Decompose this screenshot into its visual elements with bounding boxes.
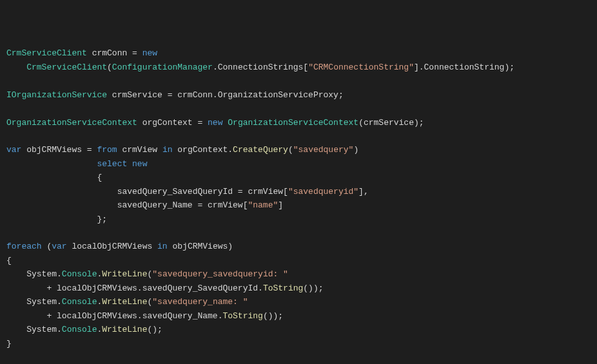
code-token: ConfigurationManager bbox=[112, 62, 213, 72]
code-token: savedQuery_SavedQueryId = crmView[ bbox=[6, 187, 288, 196]
code-token: ()); bbox=[263, 311, 283, 321]
code-token: ( bbox=[42, 242, 52, 251]
code-token: select bbox=[97, 159, 127, 169]
code-token: "savedquery" bbox=[293, 145, 354, 155]
code-token: "CRMConnectionString" bbox=[308, 62, 414, 72]
code-token: { bbox=[6, 173, 102, 182]
code-token: WriteLine bbox=[102, 269, 147, 279]
code-token: ], bbox=[358, 187, 369, 196]
code-token: from bbox=[97, 145, 117, 155]
code-token: savedQuery_Name = crmView[ bbox=[6, 200, 248, 210]
code-token: OrganizationServiceContext bbox=[228, 118, 358, 128]
code-token: (); bbox=[147, 325, 162, 334]
code-token: in bbox=[157, 242, 168, 251]
code-token: (crmService); bbox=[358, 118, 424, 128]
code-token: crmConn bbox=[87, 48, 132, 58]
code-token: Console bbox=[62, 325, 97, 334]
code-token: "savedquery_savedqueryid: " bbox=[152, 269, 288, 279]
code-editor[interactable]: CrmServiceClient crmConn = new CrmServic… bbox=[6, 46, 591, 364]
code-token: } bbox=[6, 339, 12, 349]
code-token: IOrganizationService bbox=[6, 90, 107, 100]
code-token: System. bbox=[6, 269, 62, 279]
code-token: new bbox=[142, 48, 157, 58]
code-token: + localObjCRMViews.savedQuery_Name. bbox=[6, 311, 222, 321]
code-token: "name" bbox=[248, 200, 278, 210]
code-token: crmView bbox=[117, 145, 162, 155]
code-token: OrganizationServiceContext bbox=[6, 118, 137, 128]
code-token: ()); bbox=[303, 283, 323, 293]
code-token: WriteLine bbox=[102, 325, 147, 334]
code-token: ( bbox=[288, 145, 293, 155]
code-token: "savedqueryid" bbox=[288, 187, 358, 196]
code-token: crmService = crmConn.OrganizationService… bbox=[107, 90, 344, 100]
code-token: var bbox=[6, 145, 21, 155]
code-token: foreach bbox=[6, 242, 42, 251]
code-token: CreateQuery bbox=[233, 145, 288, 155]
code-token: localObjCRMViews bbox=[67, 242, 157, 251]
code-token: Console bbox=[62, 297, 97, 307]
code-token: objCRMViews = bbox=[21, 145, 97, 155]
code-token: objCRMViews) bbox=[168, 242, 233, 251]
code-token: ].ConnectionString); bbox=[414, 62, 514, 72]
code-token: new bbox=[132, 159, 147, 169]
code-token: ToString bbox=[222, 311, 262, 321]
code-token bbox=[127, 159, 132, 169]
code-token: { bbox=[6, 256, 12, 265]
code-token: .ConnectionStrings[ bbox=[213, 62, 308, 72]
code-token: }; bbox=[6, 215, 107, 224]
code-token: System. bbox=[6, 297, 62, 307]
code-token: orgContext = bbox=[137, 118, 208, 128]
code-token: WriteLine bbox=[102, 297, 147, 307]
code-token: System. bbox=[6, 325, 62, 334]
code-token: var bbox=[52, 242, 66, 251]
code-token: = bbox=[132, 48, 142, 58]
code-token: ToString bbox=[263, 283, 303, 293]
code-token: Console bbox=[62, 269, 97, 279]
code-token bbox=[6, 62, 26, 72]
code-token: orgContext. bbox=[172, 145, 233, 155]
code-token bbox=[6, 159, 97, 169]
code-token: + localObjCRMViews.savedQuery_SavedQuery… bbox=[6, 283, 263, 293]
code-token: CrmServiceClient bbox=[6, 48, 87, 58]
code-token: "savedquery_name: " bbox=[152, 297, 248, 307]
code-token: ] bbox=[278, 200, 283, 210]
code-token: ( bbox=[107, 62, 112, 72]
code-token: CrmServiceClient bbox=[26, 62, 107, 72]
code-token: in bbox=[162, 145, 173, 155]
code-token: ) bbox=[353, 145, 358, 155]
code-token: new bbox=[208, 118, 222, 128]
